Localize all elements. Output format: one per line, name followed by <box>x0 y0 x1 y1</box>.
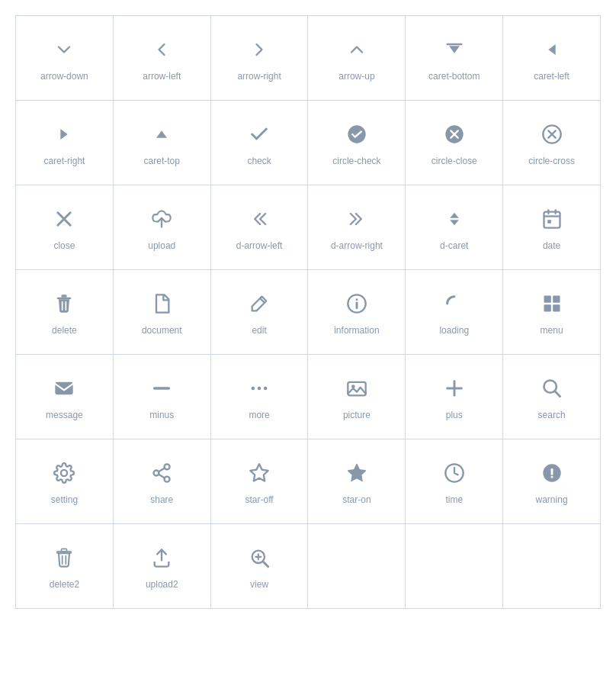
icon-row-7: delete2 upload2 view <box>16 524 600 608</box>
circle-close-icon <box>441 121 468 148</box>
time-icon <box>441 459 468 487</box>
icon-cell-close: close <box>16 185 114 269</box>
icon-cell-star-off: star-off <box>211 439 309 523</box>
icon-row-4: delete document edit information loading <box>16 270 600 355</box>
upload-icon <box>148 205 175 233</box>
edit-icon <box>245 290 273 317</box>
d-caret-icon <box>441 205 468 233</box>
setting-icon <box>50 459 78 487</box>
loading-label: loading <box>439 325 469 337</box>
delete2-icon <box>50 544 78 571</box>
icon-row-2: caret-right caret-top check circle-check… <box>16 101 600 185</box>
icon-cell-message: message <box>16 355 114 439</box>
svg-rect-32 <box>544 304 550 311</box>
star-off-icon <box>245 459 273 487</box>
message-label: message <box>46 410 83 422</box>
time-label: time <box>445 494 463 507</box>
arrow-up-label: arrow-up <box>338 71 374 83</box>
upload2-icon <box>148 544 175 571</box>
check-icon <box>245 121 273 148</box>
svg-rect-17 <box>544 212 560 228</box>
more-icon <box>245 375 273 402</box>
icon-cell-share: share <box>114 439 211 523</box>
arrow-left-icon <box>148 36 175 63</box>
icon-cell-edit: edit <box>211 270 309 354</box>
caret-bottom-label: caret-bottom <box>428 71 480 83</box>
arrow-left-label: arrow-left <box>143 71 181 83</box>
circle-cross-label: circle-cross <box>528 156 575 168</box>
svg-rect-23 <box>57 298 72 299</box>
icon-row-5: message minus more picture plus <box>16 355 600 439</box>
svg-marker-2 <box>548 44 555 55</box>
icon-cell-empty3 <box>503 524 600 608</box>
icon-cell-warning: warning <box>503 439 600 523</box>
upload2-label: upload2 <box>146 579 178 591</box>
svg-rect-22 <box>62 295 67 298</box>
icon-cell-information: information <box>308 270 406 354</box>
svg-rect-34 <box>56 382 73 394</box>
svg-line-50 <box>159 468 165 472</box>
icon-row-1: arrow-down arrow-left arrow-right arrow-… <box>16 16 600 101</box>
icon-cell-arrow-up: arrow-up <box>308 16 406 100</box>
icon-cell-caret-right: caret-right <box>16 101 114 185</box>
icon-cell-view: view <box>211 524 309 608</box>
d-arrow-left-label: d-arrow-left <box>236 240 283 253</box>
view-label: view <box>250 579 268 591</box>
circle-check-label: circle-check <box>332 156 380 168</box>
arrow-down-label: arrow-down <box>40 71 88 83</box>
date-icon <box>538 205 566 233</box>
caret-top-label: caret-top <box>144 156 180 168</box>
icon-cell-caret-bottom: caret-bottom <box>406 16 503 100</box>
date-label: date <box>543 240 560 253</box>
caret-top-icon <box>148 121 175 148</box>
plus-icon <box>441 375 468 402</box>
d-arrow-right-icon <box>343 205 371 233</box>
star-off-label: star-off <box>245 494 274 507</box>
d-arrow-left-icon <box>245 205 273 233</box>
share-icon <box>148 459 175 487</box>
icon-grid: arrow-down arrow-left arrow-right arrow-… <box>15 15 601 609</box>
svg-marker-15 <box>450 213 459 218</box>
circle-check-icon <box>343 121 371 148</box>
minus-label: minus <box>149 410 174 422</box>
information-icon <box>343 290 371 317</box>
close-label: close <box>53 240 75 253</box>
document-icon <box>148 290 175 317</box>
svg-point-37 <box>258 387 261 391</box>
caret-bottom-icon <box>441 36 468 63</box>
information-label: information <box>334 325 379 337</box>
arrow-right-icon <box>245 36 273 63</box>
svg-rect-33 <box>553 304 560 311</box>
svg-point-38 <box>264 387 268 391</box>
upload-label: upload <box>148 240 175 253</box>
picture-icon <box>343 375 371 402</box>
icon-cell-circle-check: circle-check <box>308 101 406 185</box>
caret-right-icon <box>50 121 78 148</box>
icon-cell-d-arrow-right: d-arrow-right <box>308 185 406 269</box>
document-label: document <box>142 325 182 337</box>
plus-label: plus <box>446 410 463 422</box>
picture-label: picture <box>343 410 371 422</box>
circle-cross-icon <box>538 121 566 148</box>
svg-marker-0 <box>449 47 460 53</box>
icon-cell-upload2: upload2 <box>114 524 211 608</box>
check-label: check <box>247 156 271 168</box>
icon-cell-check: check <box>211 101 309 185</box>
arrow-up-icon <box>343 36 371 63</box>
warning-label: warning <box>536 494 568 507</box>
icon-cell-d-caret: d-caret <box>406 185 503 269</box>
delete-label: delete <box>52 325 77 337</box>
d-arrow-right-label: d-arrow-right <box>331 240 383 253</box>
svg-marker-51 <box>250 465 268 481</box>
svg-point-56 <box>550 476 553 478</box>
delete-icon <box>50 290 78 317</box>
minus-icon <box>148 375 175 402</box>
icon-cell-picture: picture <box>308 355 406 439</box>
icon-cell-date: date <box>503 185 600 269</box>
icon-row-3: close upload d-arrow-left d-arrow-right … <box>16 185 600 270</box>
icon-cell-more: more <box>211 355 309 439</box>
svg-line-49 <box>159 475 165 478</box>
icon-cell-setting: setting <box>16 439 114 523</box>
star-on-icon <box>343 459 371 487</box>
svg-rect-31 <box>553 296 560 303</box>
